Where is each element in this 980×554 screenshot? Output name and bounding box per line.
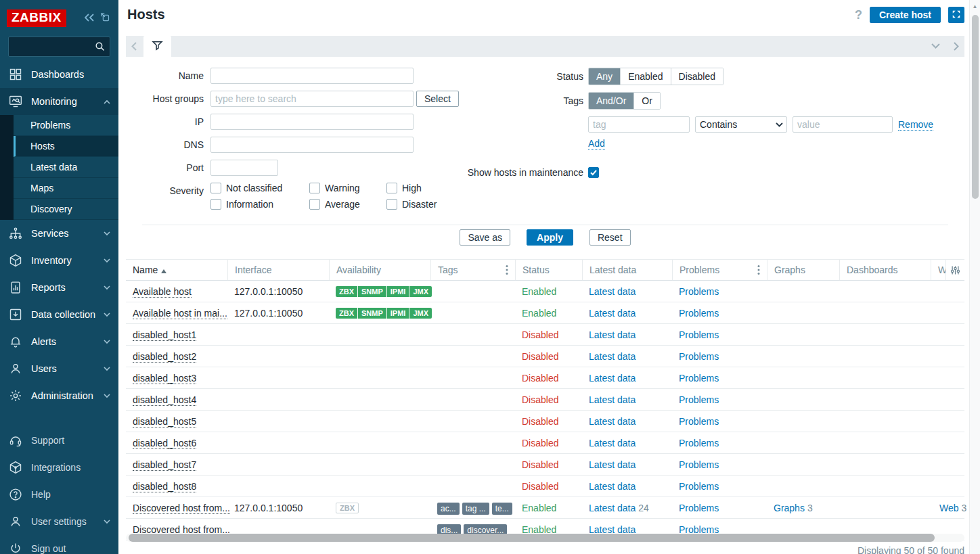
problems-link[interactable]: Problems: [679, 481, 719, 492]
column-header-web[interactable]: Web: [931, 260, 945, 280]
column-header-latest-data[interactable]: Latest data: [582, 260, 672, 280]
sidebar-item-sign-out[interactable]: Sign out: [0, 535, 118, 554]
problems-link[interactable]: Problems: [679, 503, 719, 513]
host-name-link[interactable]: disabled_host5: [133, 416, 196, 428]
host-status[interactable]: Disabled: [522, 459, 558, 470]
latest-data-link[interactable]: Latest data: [589, 286, 636, 297]
latest-data-link[interactable]: Latest data: [589, 394, 636, 405]
problems-link[interactable]: Problems: [679, 286, 719, 297]
latest-data-link[interactable]: Latest data: [589, 481, 636, 492]
sidebar-item-dashboards[interactable]: Dashboards: [0, 61, 118, 88]
save-as-button[interactable]: Save as: [460, 229, 510, 246]
latest-data-link[interactable]: Latest data: [589, 503, 636, 513]
host-groups-filter-input[interactable]: [210, 91, 414, 107]
dns-filter-input[interactable]: [210, 137, 414, 153]
sidebar-item-monitoring[interactable]: Monitoring: [0, 88, 118, 115]
problems-link[interactable]: Problems: [679, 459, 719, 470]
severity-checkbox-not-classified[interactable]: [210, 183, 221, 193]
apply-button[interactable]: Apply: [527, 229, 573, 246]
latest-data-link[interactable]: Latest data: [589, 373, 636, 384]
host-tag[interactable]: te...: [492, 503, 512, 515]
host-status[interactable]: Disabled: [522, 416, 558, 427]
sidebar-item-integrations[interactable]: Integrations: [0, 454, 118, 481]
latest-data-link[interactable]: Latest data: [589, 308, 636, 319]
status-option-any[interactable]: Any: [589, 68, 620, 85]
column-header-name[interactable]: Name: [126, 260, 227, 280]
sidebar-item-data-collection[interactable]: Data collection: [0, 301, 118, 328]
host-name-link[interactable]: Discovered host from...: [133, 503, 230, 514]
search-icon[interactable]: [94, 41, 106, 54]
column-header-tags[interactable]: Tags: [430, 260, 515, 280]
host-groups-select-button[interactable]: Select: [416, 91, 459, 107]
reset-button[interactable]: Reset: [589, 229, 631, 246]
severity-checkbox-average[interactable]: [309, 199, 320, 210]
vertical-scrollbar[interactable]: ▲: [969, 0, 980, 554]
graphs-link[interactable]: Graphs: [774, 503, 805, 513]
sidebar-item-user-settings[interactable]: User settings: [0, 508, 118, 535]
column-header-problems[interactable]: Problems: [672, 260, 767, 280]
problems-link[interactable]: Problems: [679, 329, 719, 340]
tag-remove-link[interactable]: Remove: [898, 119, 933, 131]
column-header-graphs[interactable]: Graphs: [767, 260, 839, 280]
column-header-availability[interactable]: Availability: [329, 260, 430, 280]
horizontal-scrollbar-thumb[interactable]: [129, 534, 935, 542]
problems-link[interactable]: Problems: [679, 416, 719, 427]
column-header-interface[interactable]: Interface: [227, 260, 329, 280]
host-name-link[interactable]: disabled_host6: [133, 438, 196, 449]
kiosk-mode-button[interactable]: [948, 7, 964, 23]
host-status[interactable]: Enabled: [522, 286, 556, 297]
filter-tab[interactable]: [143, 36, 171, 57]
collapse-sidebar-icon[interactable]: [85, 13, 94, 24]
tags-operator-or[interactable]: Or: [633, 93, 660, 109]
host-name-link[interactable]: disabled_host1: [133, 329, 196, 341]
host-tag[interactable]: tag ...: [462, 503, 489, 515]
problems-link[interactable]: Problems: [679, 373, 719, 384]
submenu-item-maps[interactable]: Maps: [14, 178, 118, 199]
submenu-item-problems[interactable]: Problems: [14, 115, 118, 136]
problems-link[interactable]: Problems: [679, 351, 719, 362]
sidebar-item-services[interactable]: Services: [0, 220, 118, 247]
submenu-item-latest-data[interactable]: Latest data: [14, 157, 118, 178]
create-host-button[interactable]: Create host: [870, 7, 941, 23]
sidebar-item-administration[interactable]: Administration: [0, 382, 118, 409]
maintenance-checkbox[interactable]: [588, 167, 599, 178]
vertical-scrollbar-thumb[interactable]: [972, 15, 979, 199]
sidebar-item-users[interactable]: Users: [0, 355, 118, 382]
tag-name-input[interactable]: [588, 116, 690, 133]
severity-checkbox-information[interactable]: [210, 199, 221, 210]
sidebar-item-alerts[interactable]: Alerts: [0, 328, 118, 355]
latest-data-link[interactable]: Latest data: [589, 416, 636, 427]
latest-data-link[interactable]: Latest data: [589, 351, 636, 362]
zabbix-logo[interactable]: ZABBIX: [7, 9, 66, 27]
tag-add-link[interactable]: Add: [588, 138, 605, 149]
status-option-enabled[interactable]: Enabled: [620, 68, 670, 85]
submenu-item-hosts[interactable]: Hosts: [14, 136, 118, 157]
sidebar-item-inventory[interactable]: Inventory: [0, 247, 118, 274]
tabs-scroll-right-icon[interactable]: [954, 42, 959, 51]
tag-value-input[interactable]: [793, 116, 893, 133]
column-header-status[interactable]: Status: [515, 260, 582, 280]
status-option-disabled[interactable]: Disabled: [671, 68, 723, 85]
host-status[interactable]: Disabled: [522, 438, 558, 448]
tag-operator-select[interactable]: Contains: [695, 116, 787, 133]
latest-data-link[interactable]: Latest data: [589, 438, 636, 448]
filter-collapse-icon[interactable]: [931, 43, 940, 49]
host-status[interactable]: Disabled: [522, 351, 558, 362]
column-header-dashboards[interactable]: Dashboards: [839, 260, 931, 280]
host-name-link[interactable]: disabled_host7: [133, 459, 196, 471]
host-name-link[interactable]: disabled_host8: [133, 481, 196, 492]
host-name-link[interactable]: disabled_host4: [133, 394, 196, 406]
severity-checkbox-high[interactable]: [386, 183, 397, 193]
sidebar-item-help[interactable]: Help: [0, 481, 118, 508]
scroll-up-icon[interactable]: ▲: [970, 0, 980, 9]
sidebar-item-support[interactable]: Support: [0, 427, 118, 454]
sidebar-item-reports[interactable]: Reports: [0, 274, 118, 301]
submenu-item-discovery[interactable]: Discovery: [14, 199, 118, 220]
ip-filter-input[interactable]: [210, 114, 414, 130]
host-status[interactable]: Enabled: [522, 503, 556, 513]
host-status[interactable]: Disabled: [522, 481, 558, 492]
name-filter-input[interactable]: [210, 68, 414, 84]
web-link[interactable]: Web: [939, 503, 959, 513]
host-tag[interactable]: ac...: [437, 503, 460, 515]
host-status[interactable]: Enabled: [522, 308, 556, 319]
